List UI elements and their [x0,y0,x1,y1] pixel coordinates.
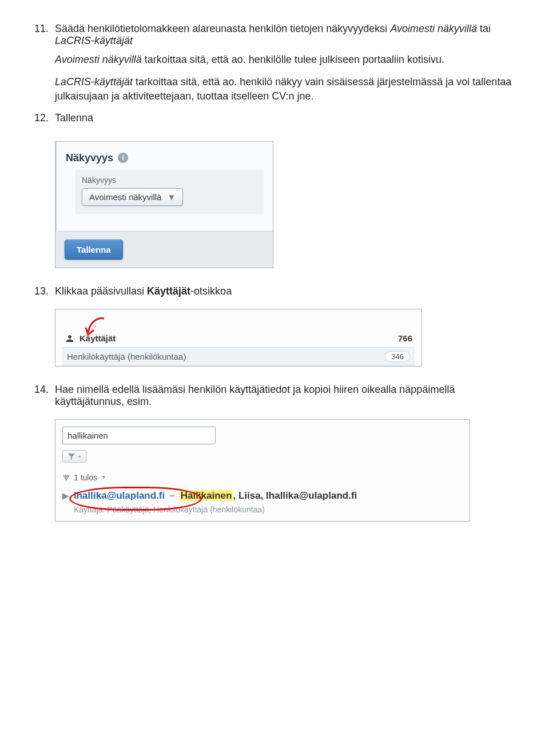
users-subrow-staff[interactable]: Henkilökäyttäjä (henkilökuntaa) 346 [62,348,415,366]
users-subrow-label: Henkilökäyttäjä (henkilökuntaa) [67,352,186,361]
filter-button[interactable]: + [62,450,86,463]
expand-icon[interactable]: ▶ [62,491,69,501]
list-body: Tallenna [55,112,515,124]
list-item-11: 11. Säädä henkilötietolomakkeen alareuna… [34,23,515,47]
result-count-row: ⩔ 1 tulos ▼ [62,473,463,482]
list-item-14: 14. Hae nimellä edellä lisäämäsi henkilö… [34,384,515,408]
chevron-down-icon: ▼ [167,192,176,202]
check-all-icon[interactable]: ⩔ [62,473,70,482]
info-icon[interactable]: i [118,153,128,163]
search-input[interactable] [62,427,216,444]
italic-text: Avoimesti näkyvillä [55,54,142,65]
users-header-left: Käyttäjät [65,333,116,344]
person-icon [65,333,75,344]
visibility-field-label: Näkyvyys [82,176,257,185]
save-button[interactable]: Tallenna [65,240,123,260]
text: -otsikkoa [190,285,232,297]
list-body: Klikkaa pääsivullasi Käyttäjät-otsikkoa [55,285,515,297]
screenshot-visibility-panel: Näkyvyys i Näkyvyys Avoimesti näkyvillä … [55,141,273,268]
separator-dash: – [169,490,174,502]
paragraph-a: Avoimesti näkyvillä tarkoittaa sitä, ett… [55,53,515,67]
screenshot-users-section: Käyttäjät 766 Henkilökäyttäjä (henkilöku… [55,309,422,367]
result-sub-label: Käyttäjä: Pääkäyttäjä, Henkilökäyttäjä (… [74,505,463,514]
list-number: 12. [34,112,50,124]
list-number: 14. [34,384,50,408]
italic-text: LaCRIS-käyttäjät [55,76,133,87]
list-number: 11. [34,23,50,47]
funnel-icon [67,453,75,460]
user-link-text: lhallika@ulapland.fi [74,490,165,501]
visibility-select[interactable]: Avoimesti näkyvillä ▼ [82,188,183,206]
users-subrow-count: 346 [385,351,410,362]
visibility-select-value: Avoimesti näkyvillä [89,192,161,202]
paragraph-b: LaCRIS-käyttäjät tarkoittaa sitä, että a… [55,75,515,104]
screenshot-search-result: + ⩔ 1 tulos ▼ ▶ lhallika@ulapland.fi – H… [55,419,470,522]
list-item-13: 13. Klikkaa pääsivullasi Käyttäjät-otsik… [34,285,515,297]
text: tai [477,23,491,34]
chevron-down-icon[interactable]: ▼ [101,474,106,480]
user-link[interactable]: lhallika@ulapland.fi [74,490,165,502]
result-row: ▶ lhallika@ulapland.fi – Hallikainen, Li… [62,490,463,502]
plus-icon: + [78,453,81,460]
visibility-section-header: Näkyvyys i [66,152,264,164]
search-highlight: Hallikainen [180,490,233,501]
users-header-label: Käyttäjät [79,333,116,343]
users-header-count: 766 [398,333,412,343]
visibility-panel-body: Näkyvyys i Näkyvyys Avoimesti näkyvillä … [55,142,273,231]
italic-text: Avoimesti näkyvillä [390,23,477,34]
text: Klikkaa pääsivullasi [55,285,147,297]
users-section-pad: Käyttäjät 766 Henkilökäyttäjä (henkilöku… [55,309,421,366]
italic-text: LaCRIS-käyttäjät [55,35,133,46]
result-count-label: 1 tulos [74,473,97,482]
bold-text: Käyttäjät [147,285,190,297]
panel-footer: Tallenna [55,231,273,268]
users-header-row[interactable]: Käyttäjät 766 [62,330,415,348]
list-number: 13. [34,285,50,297]
section-label: Näkyvyys [66,152,113,164]
result-name-rest: , Liisa, lhallika@ulapland.fi [233,490,357,501]
list-item-12: 12. Tallenna [34,112,515,124]
text: Säädä henkilötietolomakkeen alareunasta … [55,23,390,34]
visibility-field-box: Näkyvyys Avoimesti näkyvillä ▼ [75,170,264,214]
list-body: Säädä henkilötietolomakkeen alareunasta … [55,23,515,47]
text: tarkoittaa sitä, että ao. henkilölle tul… [142,54,444,65]
list-body: Hae nimellä edellä lisäämäsi henkilön kä… [55,384,515,408]
